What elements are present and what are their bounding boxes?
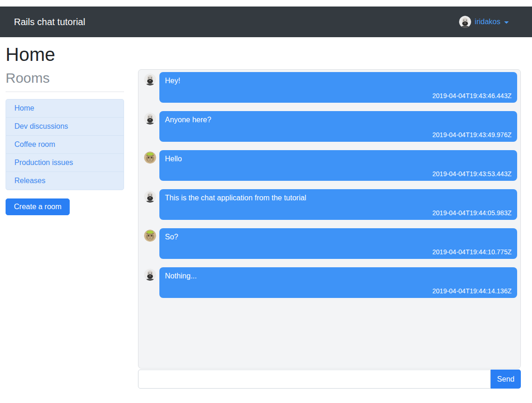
- chat-message: Hey! 2019-04-04T19:43:46.443Z: [142, 72, 517, 103]
- main-content: Home Rooms Home Dev discussions Coffee r…: [0, 44, 532, 389]
- message-timestamp: 2019-04-04T19:44:14.136Z: [165, 287, 512, 295]
- chat-section: Hey! 2019-04-04T19:43:46.443Z Anyone her…: [138, 69, 521, 389]
- sidebar-room-item[interactable]: Home: [6, 99, 124, 118]
- message-author-avatar: [144, 73, 156, 86]
- divider: [6, 92, 124, 92]
- message-timestamp: 2019-04-04T19:43:49.976Z: [165, 131, 512, 139]
- page-title: Home: [6, 44, 521, 65]
- chat-message: Hello 2019-04-04T19:43:53.443Z: [142, 150, 517, 181]
- room-link[interactable]: Home: [14, 104, 34, 112]
- message-author-avatar: [144, 269, 156, 281]
- message-input[interactable]: [138, 370, 491, 389]
- rooms-sidebar: Rooms Home Dev discussions Coffee room P…: [6, 69, 124, 215]
- sidebar-room-item[interactable]: Dev discussions: [6, 117, 124, 136]
- message-text: Hey!: [165, 76, 512, 86]
- message-bubble: Nothing... 2019-04-04T19:44:14.136Z: [159, 267, 517, 298]
- rooms-heading: Rooms: [6, 70, 124, 86]
- app-title-link[interactable]: Rails chat tutorial: [14, 17, 85, 27]
- room-link[interactable]: Production issues: [14, 159, 73, 166]
- chat-message: Nothing... 2019-04-04T19:44:14.136Z: [142, 267, 517, 298]
- message-text: Nothing...: [165, 271, 512, 281]
- user-dropdown-toggle[interactable]: iridakos: [459, 16, 509, 28]
- message-timestamp: 2019-04-04T19:43:46.443Z: [165, 92, 512, 99]
- sidebar-room-item[interactable]: Coffee room: [6, 135, 124, 154]
- chat-message: Anyone here? 2019-04-04T19:43:49.976Z: [142, 111, 517, 142]
- message-author-avatar: [144, 112, 156, 125]
- room-link[interactable]: Coffee room: [14, 140, 55, 148]
- chat-message: This is the chat application from the tu…: [142, 189, 517, 220]
- room-link[interactable]: Dev discussions: [14, 122, 68, 130]
- message-text: Anyone here?: [165, 115, 512, 125]
- create-room-button[interactable]: Create a room: [6, 198, 70, 215]
- message-bubble: This is the chat application from the tu…: [159, 189, 517, 220]
- message-text: This is the chat application from the tu…: [165, 193, 512, 203]
- sidebar-room-item[interactable]: Releases: [6, 172, 124, 190]
- message-text: Hello: [165, 154, 512, 164]
- user-avatar: [459, 16, 471, 28]
- room-link[interactable]: Releases: [14, 177, 46, 185]
- message-author-avatar: [144, 191, 156, 203]
- message-bubble: Anyone here? 2019-04-04T19:43:49.976Z: [159, 111, 517, 142]
- message-timestamp: 2019-04-04T19:44:10.775Z: [165, 248, 512, 256]
- message-timestamp: 2019-04-04T19:44:05.983Z: [165, 209, 512, 217]
- message-timestamp: 2019-04-04T19:43:53.443Z: [165, 170, 512, 178]
- chat-input-group: Send: [138, 370, 521, 389]
- message-bubble: Hello 2019-04-04T19:43:53.443Z: [159, 150, 517, 181]
- page-top-margin: [0, 0, 532, 7]
- message-author-avatar: [144, 230, 156, 242]
- chat-messages-panel: Hey! 2019-04-04T19:43:46.443Z Anyone her…: [138, 69, 521, 369]
- message-bubble: Hey! 2019-04-04T19:43:46.443Z: [159, 72, 517, 103]
- room-list: Home Dev discussions Coffee room Product…: [6, 99, 124, 190]
- chat-message: So? 2019-04-04T19:44:10.775Z: [142, 228, 517, 259]
- message-author-avatar: [144, 152, 156, 164]
- navbar: Rails chat tutorial iridakos: [0, 7, 532, 37]
- send-button[interactable]: Send: [491, 370, 521, 389]
- message-text: So?: [165, 232, 512, 242]
- sidebar-room-item[interactable]: Production issues: [6, 153, 124, 172]
- user-name: iridakos: [475, 18, 500, 26]
- message-bubble: So? 2019-04-04T19:44:10.775Z: [159, 228, 517, 259]
- chevron-down-icon: [504, 21, 509, 24]
